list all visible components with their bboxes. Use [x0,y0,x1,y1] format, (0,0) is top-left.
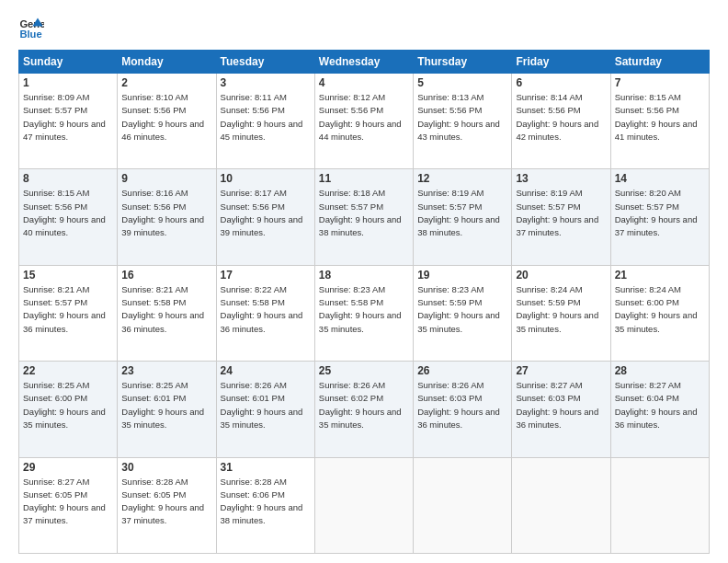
sunset-label: Sunset: 5:57 PM [319,201,383,212]
daylight-label: Daylight: 9 hours and 38 minutes. [319,214,402,237]
calendar-cell: 26 Sunrise: 8:26 AM Sunset: 6:03 PM Dayl… [414,362,512,457]
calendar-cell: 20 Sunrise: 8:24 AM Sunset: 5:59 PM Dayl… [512,265,610,361]
sunrise-label: Sunrise: 8:10 AM [121,92,188,102]
weekday-header: Saturday [610,51,709,74]
daylight-label: Daylight: 9 hours and 44 minutes. [319,119,402,142]
daylight-label: Daylight: 9 hours and 37 minutes. [615,214,698,237]
day-info: Sunrise: 8:22 AM Sunset: 5:58 PM Dayligh… [221,283,311,336]
daylight-label: Daylight: 9 hours and 39 minutes. [221,214,303,237]
sunrise-label: Sunrise: 8:26 AM [221,380,287,390]
day-info: Sunrise: 8:26 AM Sunset: 6:01 PM Dayligh… [221,379,311,431]
day-number: 4 [319,76,409,89]
sunrise-label: Sunrise: 8:26 AM [319,380,385,390]
day-info: Sunrise: 8:27 AM Sunset: 6:04 PM Dayligh… [615,379,705,431]
sunrise-label: Sunrise: 8:20 AM [615,188,681,198]
day-number: 26 [417,364,507,377]
sunrise-label: Sunrise: 8:25 AM [121,380,188,390]
calendar-cell: 11 Sunrise: 8:18 AM Sunset: 5:57 PM Dayl… [314,169,413,265]
calendar-cell: 15 Sunrise: 8:21 AM Sunset: 5:57 PM Dayl… [19,265,118,361]
day-info: Sunrise: 8:21 AM Sunset: 5:58 PM Dayligh… [121,283,211,336]
daylight-label: Daylight: 9 hours and 43 minutes. [417,119,500,142]
sunrise-label: Sunrise: 8:11 AM [221,92,287,102]
day-number: 21 [615,269,705,282]
daylight-label: Daylight: 9 hours and 37 minutes. [121,502,204,525]
calendar-cell [414,457,512,553]
day-number: 10 [221,172,311,185]
day-info: Sunrise: 8:23 AM Sunset: 5:58 PM Dayligh… [319,283,409,336]
sunrise-label: Sunrise: 8:25 AM [23,380,89,390]
sunset-label: Sunset: 5:56 PM [121,105,186,115]
calendar-cell: 6 Sunrise: 8:14 AM Sunset: 5:56 PM Dayli… [512,74,610,169]
sunrise-label: Sunrise: 8:26 AM [417,380,483,390]
day-number: 7 [615,76,705,89]
day-info: Sunrise: 8:15 AM Sunset: 5:56 PM Dayligh… [23,187,113,239]
calendar-cell: 21 Sunrise: 8:24 AM Sunset: 6:00 PM Dayl… [610,265,709,361]
day-number: 29 [23,461,113,474]
calendar-cell: 10 Sunrise: 8:17 AM Sunset: 5:56 PM Dayl… [216,169,314,265]
day-info: Sunrise: 8:19 AM Sunset: 5:57 PM Dayligh… [516,187,606,239]
daylight-label: Daylight: 9 hours and 35 minutes. [417,310,500,333]
sunrise-label: Sunrise: 8:24 AM [615,284,681,294]
weekday-header: Tuesday [216,51,314,74]
day-number: 16 [121,269,211,282]
daylight-label: Daylight: 9 hours and 35 minutes. [221,407,303,430]
sunset-label: Sunset: 5:57 PM [516,201,580,212]
sunrise-label: Sunrise: 8:18 AM [319,188,385,198]
calendar-cell: 5 Sunrise: 8:13 AM Sunset: 5:56 PM Dayli… [414,74,512,169]
sunset-label: Sunset: 6:00 PM [615,297,679,307]
day-number: 6 [516,76,606,89]
day-number: 3 [221,76,311,89]
day-info: Sunrise: 8:09 AM Sunset: 5:57 PM Dayligh… [23,91,113,144]
day-number: 30 [121,461,211,474]
daylight-label: Daylight: 9 hours and 40 minutes. [23,214,106,237]
page: General Blue SundayMondayTuesdayWednesda… [0,0,728,563]
day-info: Sunrise: 8:19 AM Sunset: 5:57 PM Dayligh… [417,187,507,239]
sunrise-label: Sunrise: 8:19 AM [516,188,582,198]
sunrise-label: Sunrise: 8:28 AM [221,477,287,487]
sunrise-label: Sunrise: 8:13 AM [417,92,483,102]
calendar-table: SundayMondayTuesdayWednesdayThursdayFrid… [18,50,710,554]
calendar-cell: 8 Sunrise: 8:15 AM Sunset: 5:56 PM Dayli… [19,169,118,265]
sunrise-label: Sunrise: 8:27 AM [516,380,582,390]
day-info: Sunrise: 8:26 AM Sunset: 6:02 PM Dayligh… [319,379,409,431]
daylight-label: Daylight: 9 hours and 36 minutes. [221,310,303,333]
weekday-header: Sunday [19,51,118,74]
sunset-label: Sunset: 5:56 PM [221,201,285,212]
day-info: Sunrise: 8:24 AM Sunset: 6:00 PM Dayligh… [615,283,705,336]
calendar-cell [610,457,709,553]
sunrise-label: Sunrise: 8:27 AM [23,477,89,487]
sunrise-label: Sunrise: 8:27 AM [615,380,681,390]
sunset-label: Sunset: 6:03 PM [417,393,482,403]
daylight-label: Daylight: 9 hours and 35 minutes. [615,310,698,333]
day-number: 11 [319,172,409,185]
calendar-cell: 19 Sunrise: 8:23 AM Sunset: 5:59 PM Dayl… [414,265,512,361]
sunset-label: Sunset: 5:56 PM [221,105,285,115]
day-info: Sunrise: 8:28 AM Sunset: 6:06 PM Dayligh… [221,476,311,528]
sunrise-label: Sunrise: 8:28 AM [121,477,188,487]
sunset-label: Sunset: 6:05 PM [121,489,186,500]
sunset-label: Sunset: 5:58 PM [221,297,285,307]
calendar-cell: 31 Sunrise: 8:28 AM Sunset: 6:06 PM Dayl… [216,457,314,553]
calendar-cell: 4 Sunrise: 8:12 AM Sunset: 5:56 PM Dayli… [314,74,413,169]
daylight-label: Daylight: 9 hours and 38 minutes. [417,214,500,237]
calendar-cell: 25 Sunrise: 8:26 AM Sunset: 6:02 PM Dayl… [314,362,413,457]
day-info: Sunrise: 8:28 AM Sunset: 6:05 PM Dayligh… [121,476,211,528]
day-number: 20 [516,269,606,282]
calendar-cell: 28 Sunrise: 8:27 AM Sunset: 6:04 PM Dayl… [610,362,709,457]
day-info: Sunrise: 8:26 AM Sunset: 6:03 PM Dayligh… [417,379,507,431]
day-info: Sunrise: 8:12 AM Sunset: 5:56 PM Dayligh… [319,91,409,144]
day-number: 27 [516,364,606,377]
weekday-header: Wednesday [314,51,413,74]
day-number: 9 [121,172,211,185]
daylight-label: Daylight: 9 hours and 35 minutes. [516,310,598,333]
sunset-label: Sunset: 5:58 PM [121,297,186,307]
day-info: Sunrise: 8:18 AM Sunset: 5:57 PM Dayligh… [319,187,409,239]
sunrise-label: Sunrise: 8:19 AM [417,188,483,198]
day-info: Sunrise: 8:13 AM Sunset: 5:56 PM Dayligh… [417,91,507,144]
day-number: 25 [319,364,409,377]
day-number: 1 [23,76,113,89]
daylight-label: Daylight: 9 hours and 37 minutes. [23,502,106,525]
sunrise-label: Sunrise: 8:15 AM [615,92,681,102]
day-number: 8 [23,172,113,185]
weekday-header: Thursday [414,51,512,74]
